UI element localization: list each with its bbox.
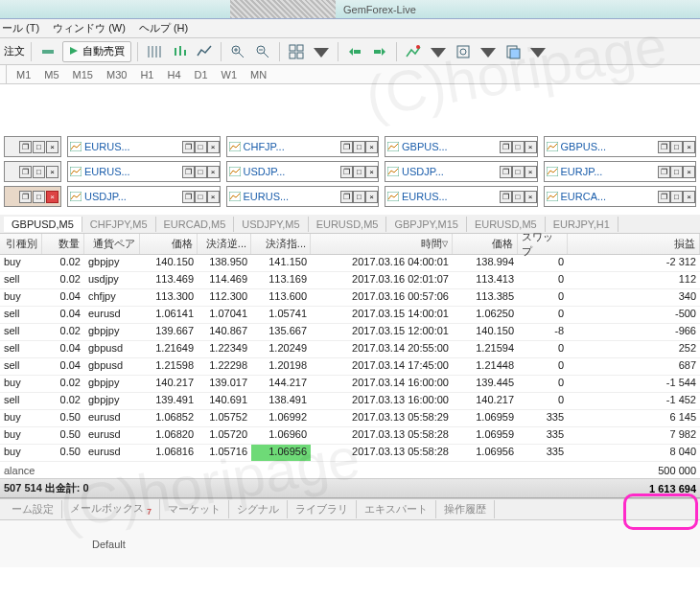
bottom-tab[interactable]: エキスパート [357,500,436,518]
table-row[interactable]: sell0.02usdjpy113.469114.469113.1692017.… [0,272,700,289]
chart-tab[interactable]: EURCAD,M5 [156,217,235,232]
maximize-icon[interactable]: □ [353,166,365,178]
column-header[interactable]: 価格 [453,234,518,254]
column-header[interactable]: 引種別 [0,234,42,254]
zoom-in-icon[interactable] [227,41,248,62]
close-icon[interactable]: × [207,191,220,203]
mdi-window[interactable]: EURUS...❐□× [67,161,221,182]
mdi-stub[interactable]: ❐□× [4,136,61,157]
mdi-stub[interactable]: ❐□× [4,161,61,182]
scroll-icon[interactable] [344,41,365,62]
dropdown-icon[interactable] [311,41,332,62]
dropdown-icon[interactable] [478,41,499,62]
close-icon[interactable]: × [683,141,695,153]
mdi-window[interactable]: CHFJP...❐□× [226,136,380,157]
close-icon[interactable]: × [365,166,378,178]
mdi-window[interactable]: EURUS...❐□× [226,186,380,207]
tf-mn[interactable]: MN [245,67,272,82]
maximize-icon[interactable]: □ [195,191,207,203]
maximize-icon[interactable]: □ [33,141,45,153]
tf-w1[interactable]: W1 [216,67,244,82]
tf-m1[interactable]: M1 [11,67,36,82]
restore-icon[interactable]: ❐ [658,191,670,203]
period-icon[interactable] [453,41,474,62]
close-icon[interactable]: × [683,191,695,203]
mdi-window[interactable]: EURJP...❐□× [544,161,697,182]
maximize-icon[interactable]: □ [353,141,365,153]
table-row[interactable]: buy0.04chfjpy113.300112.300113.6002017.0… [0,289,700,307]
icon-button[interactable] [37,41,58,62]
mdi-window[interactable]: GBPUS...❐□× [544,136,697,157]
tf-h4[interactable]: H4 [161,67,186,82]
restore-icon[interactable]: ❐ [340,141,353,153]
bottom-tab[interactable]: マーケット [160,500,229,518]
restore-icon[interactable]: ❐ [19,141,32,153]
restore-icon[interactable]: ❐ [19,166,32,178]
table-row[interactable]: sell0.04gbpusd1.216491.223491.202492017.… [0,341,700,358]
chart-bars-icon[interactable] [144,41,165,62]
restore-icon[interactable]: ❐ [658,141,670,153]
close-icon[interactable]: × [46,141,58,153]
column-header[interactable]: 損益 [568,234,700,254]
table-row[interactable]: sell0.04eurusd1.061411.070411.057412017.… [0,307,700,324]
chart-tab[interactable]: GBPUSD,M5 [4,217,82,232]
close-icon[interactable]: × [46,166,58,178]
table-row[interactable]: sell0.04gbpusd1.215981.222981.201982017.… [0,358,700,376]
maximize-icon[interactable]: □ [353,191,365,203]
close-icon[interactable]: × [207,141,220,153]
restore-icon[interactable]: ❐ [500,141,512,153]
restore-icon[interactable]: ❐ [500,191,512,203]
chart-tab[interactable]: EURUSD,M5 [309,217,387,232]
restore-icon[interactable]: ❐ [182,141,195,153]
mdi-window[interactable]: EURUS...❐□× [385,186,538,207]
table-row[interactable]: sell0.02gbpjpy139.667140.867135.6672017.… [0,324,700,341]
mdi-window[interactable]: GBPUS...❐□× [385,136,538,157]
table-row[interactable]: buy0.50eurusd1.068521.057521.069922017.0… [0,410,700,427]
restore-icon[interactable]: ❐ [182,191,195,203]
dropdown-icon[interactable] [428,41,449,62]
mdi-window[interactable]: EURCA...❐□× [544,186,697,207]
restore-icon[interactable]: ❐ [182,166,195,178]
column-header[interactable]: 通貨ペア [84,234,140,254]
close-icon[interactable]: × [683,166,695,178]
maximize-icon[interactable]: □ [670,166,683,178]
bottom-tab[interactable]: ライブラリ [288,500,357,518]
column-header[interactable]: 決済指... [251,234,311,254]
column-header[interactable]: 数量 [42,234,84,254]
tile-icon[interactable] [286,41,307,62]
mdi-window[interactable]: USDJP...❐□× [385,161,538,182]
column-header[interactable]: スワップ [518,234,568,254]
maximize-icon[interactable]: □ [33,166,45,178]
menu-window[interactable]: ウィンドウ (W) [53,21,126,35]
close-icon[interactable]: × [525,191,537,203]
zoom-out-icon[interactable] [252,41,273,62]
maximize-icon[interactable]: □ [195,141,207,153]
auto-trade-button[interactable]: 自動売買 [62,41,131,62]
close-icon[interactable]: × [365,191,378,203]
close-icon[interactable]: × [207,166,220,178]
mdi-stub[interactable]: ❐□× [4,186,61,207]
maximize-icon[interactable]: □ [512,141,525,153]
column-header[interactable]: 決済逆... [198,234,251,254]
column-header[interactable]: 価格 [140,234,198,254]
chart-candles-icon[interactable] [169,41,190,62]
maximize-icon[interactable]: □ [670,191,683,203]
close-icon[interactable]: × [525,166,537,178]
table-row[interactable]: buy0.02gbpjpy140.217139.017144.2172017.0… [0,376,700,393]
tf-m30[interactable]: M30 [101,67,132,82]
indicator-icon[interactable] [403,41,424,62]
table-row[interactable]: sell0.02gbpjpy139.491140.691138.4912017.… [0,393,700,410]
mdi-window[interactable]: EURUS...❐□× [67,136,221,157]
maximize-icon[interactable]: □ [512,166,525,178]
tf-m5[interactable]: M5 [38,67,64,82]
maximize-icon[interactable]: □ [195,166,207,178]
template-icon[interactable] [502,41,524,62]
chart-tab[interactable]: GBPJPY,M15 [386,217,466,232]
restore-icon[interactable]: ❐ [500,166,512,178]
shift-icon[interactable] [369,41,390,62]
chart-tab[interactable]: USDJPY,M5 [234,217,308,232]
table-row[interactable]: buy0.50eurusd1.068201.057201.069602017.0… [0,427,700,445]
table-row[interactable]: buy0.50eurusd1.068161.057161.069562017.0… [0,445,700,462]
bottom-tab[interactable]: ーム設定 [4,500,62,518]
mdi-window[interactable]: USDJP...❐□× [67,186,221,207]
